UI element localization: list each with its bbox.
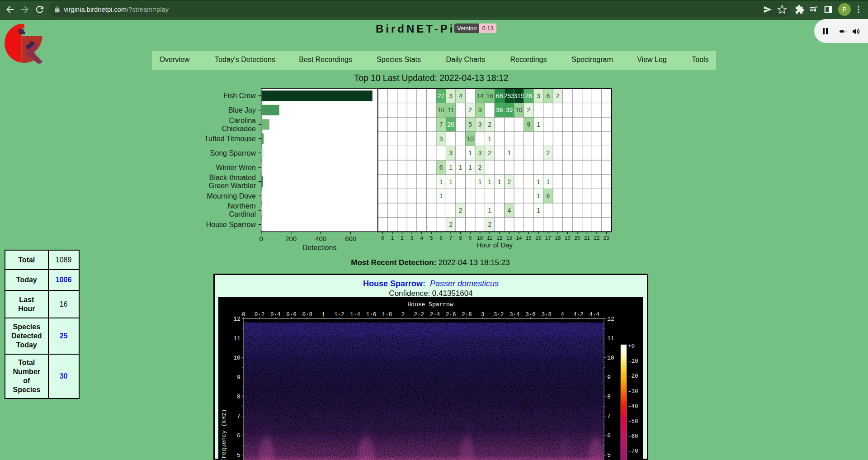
svg-text:2·2: 2·2 [414, 312, 424, 318]
svg-text:10: 10 [438, 106, 445, 114]
svg-text:2·4: 2·4 [430, 312, 440, 318]
svg-text:12: 12 [607, 316, 614, 322]
svg-text:2: 2 [507, 178, 511, 185]
svg-text:16: 16 [486, 92, 493, 100]
svg-text:Northern: Northern [228, 202, 256, 210]
svg-text:Mourning Dove: Mourning Dove [207, 192, 256, 200]
svg-text:10: 10 [477, 235, 483, 241]
svg-text:11: 11 [448, 106, 454, 114]
svg-text:11: 11 [487, 235, 492, 241]
svg-text:9: 9 [478, 106, 482, 114]
svg-text:36: 36 [496, 106, 503, 114]
svg-text:2: 2 [478, 164, 482, 171]
svg-text:5: 5 [237, 452, 241, 459]
svg-text:1: 1 [449, 164, 453, 171]
svg-text:8: 8 [607, 394, 611, 400]
svg-text:1·2: 1·2 [334, 312, 344, 318]
svg-text:-10: -10 [628, 358, 638, 365]
svg-text:0: 0 [259, 235, 263, 242]
svg-text:-20: -20 [628, 373, 638, 379]
svg-text:3·4: 3·4 [509, 312, 520, 318]
svg-text:9: 9 [237, 374, 241, 381]
svg-text:1: 1 [468, 164, 472, 171]
svg-text:1: 1 [537, 207, 540, 214]
svg-text:10: 10 [467, 135, 474, 142]
svg-text:17: 17 [545, 235, 551, 241]
svg-text:0: 0 [242, 312, 245, 318]
svg-text:Green Warbler: Green Warbler [209, 182, 256, 190]
svg-text:3: 3 [449, 92, 453, 100]
svg-text:Black-throated: Black-throated [209, 174, 256, 181]
svg-text:19: 19 [565, 235, 571, 241]
svg-text:7: 7 [237, 413, 241, 420]
svg-text:Frequency (kHz): Frequency (kHz) [221, 409, 227, 460]
svg-text:4: 4 [420, 235, 423, 241]
svg-text:10: 10 [607, 355, 614, 361]
svg-text:20: 20 [575, 235, 580, 241]
svg-text:1·6: 1·6 [366, 312, 377, 318]
svg-text:10: 10 [233, 355, 241, 361]
svg-text:1·4: 1·4 [350, 312, 360, 318]
svg-text:14: 14 [476, 92, 484, 100]
svg-text:5: 5 [468, 121, 472, 128]
svg-text:-40: -40 [628, 403, 638, 410]
svg-text:2: 2 [556, 92, 560, 100]
svg-text:1: 1 [478, 178, 482, 185]
svg-text:18: 18 [555, 235, 561, 241]
svg-text:4: 4 [507, 207, 511, 214]
svg-text:3·2: 3·2 [494, 312, 504, 318]
svg-text:7: 7 [449, 235, 452, 241]
svg-text:6: 6 [439, 164, 443, 171]
svg-text:2: 2 [488, 221, 491, 228]
svg-text:0·6: 0·6 [286, 312, 297, 318]
svg-text:1: 1 [449, 178, 453, 185]
svg-text:6: 6 [607, 432, 611, 439]
svg-text:-70: -70 [628, 448, 638, 455]
svg-text:7: 7 [607, 413, 611, 420]
svg-text:9: 9 [527, 121, 530, 128]
svg-text:39: 39 [506, 106, 513, 114]
svg-text:200: 200 [285, 235, 297, 242]
svg-text:253: 253 [504, 92, 515, 100]
svg-text:-30: -30 [628, 389, 638, 395]
svg-text:1·8: 1·8 [382, 312, 392, 318]
svg-text:1: 1 [488, 178, 491, 185]
svg-text:400: 400 [315, 235, 326, 242]
svg-text:2: 2 [468, 106, 472, 114]
svg-text:600: 600 [345, 235, 356, 242]
svg-text:2: 2 [527, 106, 530, 114]
svg-text:2: 2 [459, 207, 462, 214]
svg-text:16: 16 [536, 235, 542, 241]
svg-text:Hour of Day: Hour of Day [476, 241, 513, 249]
svg-text:4·2: 4·2 [573, 312, 584, 318]
svg-text:0·8: 0·8 [302, 312, 313, 318]
svg-text:319: 319 [514, 92, 524, 100]
svg-text:28: 28 [525, 92, 533, 100]
svg-text:Song Sparrow: Song Sparrow [210, 149, 256, 157]
svg-text:7: 7 [439, 121, 443, 128]
svg-text:68: 68 [496, 92, 503, 100]
svg-text:Blue Jay: Blue Jay [228, 106, 256, 114]
svg-text:1: 1 [537, 192, 540, 199]
svg-text:1: 1 [498, 178, 501, 185]
svg-text:27: 27 [438, 92, 445, 100]
svg-text:House Sparrow: House Sparrow [206, 221, 256, 228]
svg-text:0·4: 0·4 [270, 312, 281, 318]
svg-text:4·4: 4·4 [589, 312, 599, 318]
svg-text:3·8: 3·8 [541, 312, 552, 318]
svg-text:9: 9 [607, 374, 611, 381]
svg-text:5: 5 [430, 235, 433, 241]
svg-text:3: 3 [537, 92, 540, 100]
svg-text:Carolina: Carolina [229, 117, 256, 124]
svg-text:2: 2 [449, 221, 453, 228]
svg-text:6: 6 [439, 235, 442, 241]
svg-text:3: 3 [478, 121, 482, 128]
svg-text:13: 13 [506, 235, 512, 241]
svg-text:Detections: Detections [302, 244, 337, 251]
svg-text:1: 1 [468, 149, 472, 156]
svg-text:11: 11 [607, 335, 614, 342]
svg-text:+0: +0 [628, 343, 635, 350]
svg-text:12: 12 [233, 316, 241, 322]
svg-text:-60: -60 [628, 433, 638, 440]
svg-text:0: 0 [381, 235, 384, 241]
